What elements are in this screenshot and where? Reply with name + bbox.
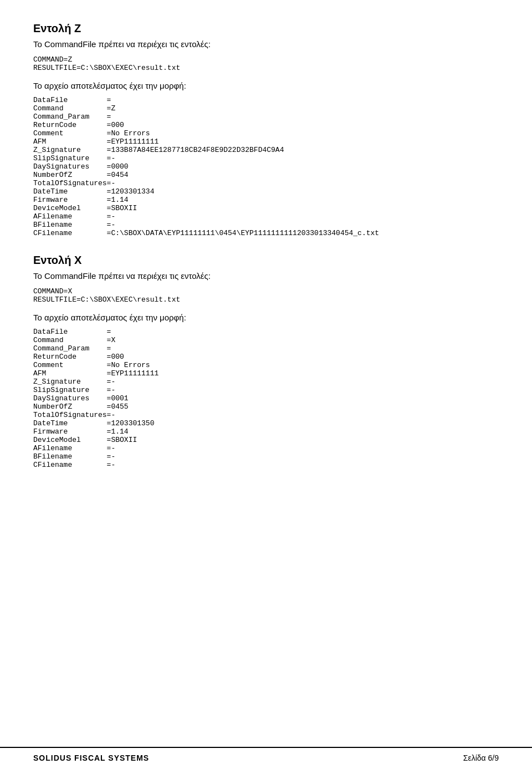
- section-x-title: Εντολή Χ: [33, 254, 499, 267]
- section-x-data-table: DataFile = Command =X Command_Param = Re…: [33, 328, 499, 469]
- section-x-subtitle: Το CommandFile πρέπει να περιέχει τις εν…: [33, 271, 499, 281]
- footer-page: Σελίδα 6/9: [463, 753, 499, 762]
- section-z-command-block: COMMAND=Z RESULTFILE=C:\SBOX\EXEC\result…: [33, 55, 499, 72]
- section-z: Εντολή Ζ Το CommandFile πρέπει να περιέχ…: [33, 22, 499, 237]
- section-z-data-table: DataFile = Command =Z Command_Param = Re…: [33, 96, 499, 237]
- footer-company: SOLIDUS FISCAL SYSTEMS: [33, 753, 149, 762]
- section-x-command-block: COMMAND=X RESULTFILE=C:\SBOX\EXEC\result…: [33, 287, 499, 304]
- section-z-title: Εντολή Ζ: [33, 22, 499, 35]
- section-z-file-format-label: Το αρχείο αποτελέσματος έχει την μορφή:: [33, 81, 499, 90]
- section-x-file-format-label: Το αρχείο αποτελέσματος έχει την μορφή:: [33, 313, 499, 322]
- section-z-subtitle: Το CommandFile πρέπει να περιέχει τις εν…: [33, 39, 499, 49]
- section-x: Εντολή Χ Το CommandFile πρέπει να περιέχ…: [33, 254, 499, 469]
- page-footer: SOLIDUS FISCAL SYSTEMS Σελίδα 6/9: [0, 747, 532, 762]
